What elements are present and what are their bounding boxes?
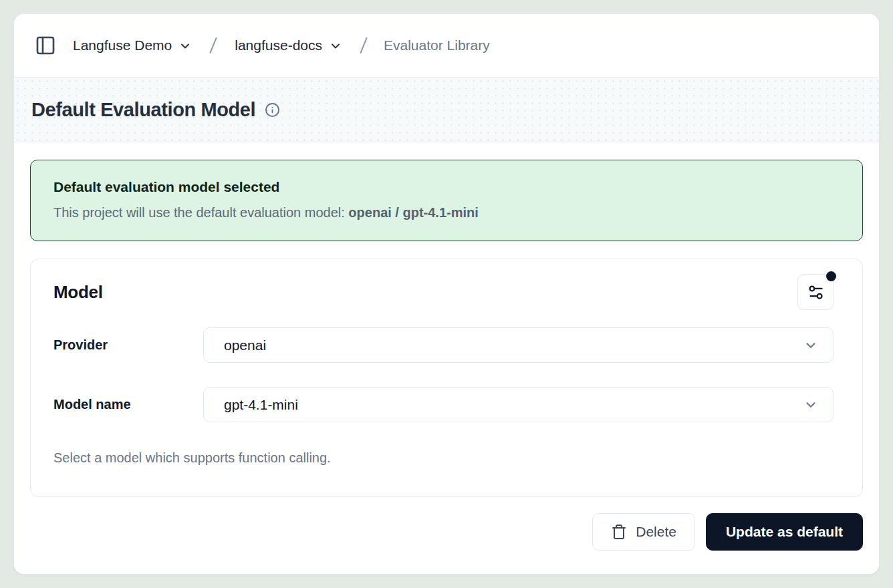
sidebar-toggle-button[interactable] bbox=[31, 31, 59, 59]
banner-body-text: This project will use the default evalua… bbox=[53, 205, 348, 220]
banner-model-value: openai / gpt-4.1-mini bbox=[348, 205, 478, 220]
project-name: langfuse-docs bbox=[235, 37, 322, 53]
provider-label: Provider bbox=[53, 337, 203, 353]
model-name-label: Model name bbox=[53, 397, 203, 412]
main-content: Default evaluation model selected This p… bbox=[14, 142, 879, 574]
update-button-label: Update as default bbox=[726, 524, 843, 540]
org-name: Langfuse Demo bbox=[73, 37, 172, 53]
provider-field-row: Provider openai bbox=[53, 327, 834, 363]
model-name-select[interactable]: gpt-4.1-mini bbox=[203, 387, 834, 422]
banner-body: This project will use the default evalua… bbox=[53, 205, 840, 220]
provider-select[interactable]: openai bbox=[203, 327, 834, 363]
update-as-default-button[interactable]: Update as default bbox=[706, 513, 863, 551]
delete-button[interactable]: Delete bbox=[592, 513, 695, 551]
panel-left-icon bbox=[35, 35, 56, 56]
breadcrumb-separator bbox=[205, 35, 221, 56]
chevron-down-icon bbox=[803, 338, 818, 353]
notification-dot bbox=[826, 271, 836, 281]
breadcrumb: Langfuse Demo langfuse-docs Evaluator Li… bbox=[14, 14, 879, 78]
breadcrumb-separator bbox=[356, 35, 372, 56]
trash-icon bbox=[611, 524, 627, 540]
project-selector[interactable]: langfuse-docs bbox=[232, 33, 345, 57]
delete-button-label: Delete bbox=[636, 524, 676, 540]
provider-value: openai bbox=[224, 337, 266, 353]
banner-title: Default evaluation model selected bbox=[53, 179, 840, 195]
model-card-header: Model bbox=[53, 274, 834, 310]
page-header: Default Evaluation Model bbox=[14, 78, 879, 142]
model-name-value: gpt-4.1-mini bbox=[224, 397, 298, 413]
info-icon[interactable] bbox=[265, 102, 280, 118]
model-card: Model Provider openai Model bbox=[30, 259, 863, 497]
model-helper-text: Select a model which supports function c… bbox=[53, 450, 834, 466]
default-model-banner: Default evaluation model selected This p… bbox=[30, 160, 863, 241]
action-bar: Delete Update as default bbox=[30, 513, 863, 551]
model-card-title: Model bbox=[53, 282, 103, 303]
chevron-down-icon bbox=[329, 39, 342, 53]
model-name-field-row: Model name gpt-4.1-mini bbox=[53, 387, 834, 422]
model-advanced-settings-button[interactable] bbox=[797, 274, 834, 310]
org-selector[interactable]: Langfuse Demo bbox=[70, 33, 195, 57]
sliders-icon bbox=[807, 283, 825, 301]
breadcrumb-page-evaluator-library[interactable]: Evaluator Library bbox=[382, 33, 491, 57]
chevron-down-icon bbox=[803, 398, 818, 412]
app-window: Langfuse Demo langfuse-docs Evaluator Li… bbox=[13, 13, 880, 575]
page-title: Default Evaluation Model bbox=[31, 99, 255, 121]
chevron-down-icon bbox=[178, 39, 192, 53]
